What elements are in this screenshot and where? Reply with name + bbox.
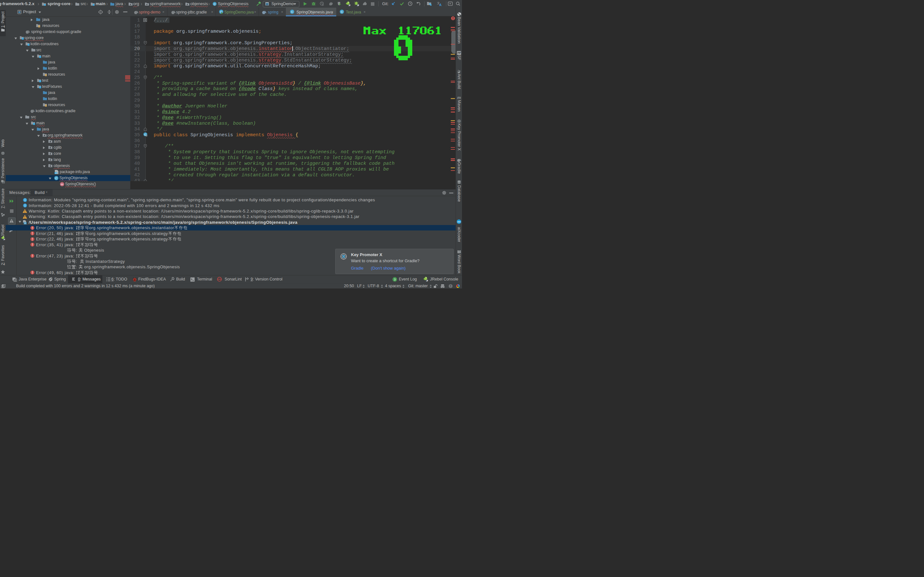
svg-text:AiX: AiX [457, 221, 460, 223]
svg-text:JR: JR [3, 239, 5, 240]
svg-text:JR: JR [349, 4, 351, 6]
svg-text:JR: JR [357, 4, 359, 6]
svg-text:JR: JR [426, 279, 428, 282]
svg-text:A: A [439, 3, 441, 6]
svg-text:3: 3 [394, 278, 396, 281]
